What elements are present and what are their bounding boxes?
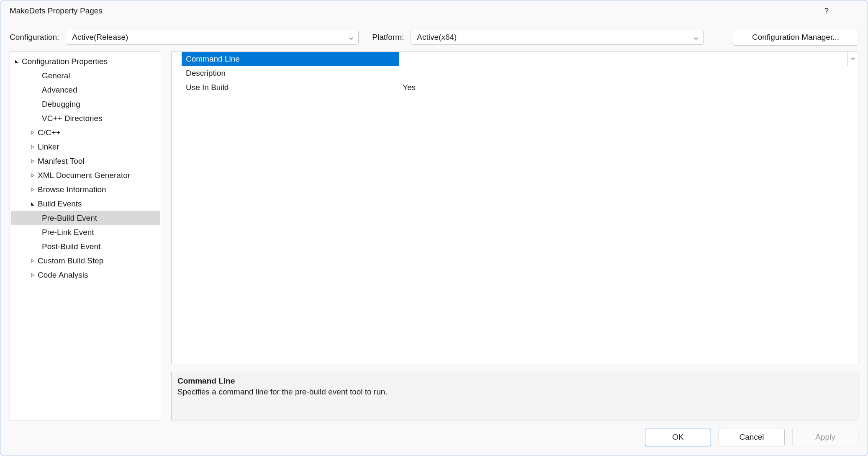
chevron-down-icon <box>348 34 354 40</box>
svg-marker-10 <box>31 273 34 277</box>
tree-item-label: Code Analysis <box>37 271 88 280</box>
property-row[interactable]: Use In BuildYes <box>182 80 858 95</box>
chevron-down-icon <box>850 54 855 63</box>
property-pages-window: MakeDefs Property Pages ? Configuration:… <box>0 0 868 456</box>
tree-item-label: General <box>41 71 70 80</box>
tree-item[interactable]: VC++ Directories <box>11 111 160 126</box>
platform-label: Platform: <box>372 33 404 42</box>
dialog-buttons: OK Cancel Apply <box>0 424 868 456</box>
tree-item[interactable]: Custom Build Step <box>11 254 160 268</box>
value-dropdown-button[interactable] <box>847 52 858 66</box>
configuration-select[interactable]: Active(Release) <box>66 30 359 45</box>
tree-item[interactable]: Browse Information <box>11 183 160 197</box>
expander-closed-icon[interactable] <box>29 258 36 263</box>
expander-closed-icon[interactable] <box>29 273 36 278</box>
chevron-down-icon <box>693 34 699 40</box>
svg-marker-3 <box>31 131 34 134</box>
tree-root[interactable]: Configuration Properties <box>11 54 160 69</box>
tree-item[interactable]: C/C++ <box>11 126 160 140</box>
svg-marker-7 <box>31 188 34 191</box>
property-value[interactable]: Yes <box>399 80 858 95</box>
property-value[interactable] <box>399 66 858 80</box>
tree-item-label: Manifest Tool <box>37 157 85 166</box>
apply-button[interactable]: Apply <box>792 428 858 446</box>
svg-marker-6 <box>31 174 34 177</box>
svg-marker-5 <box>31 160 34 163</box>
svg-marker-9 <box>31 259 34 263</box>
description-title: Command Line <box>177 376 852 386</box>
description-body: Specifies a command line for the pre-bui… <box>177 387 852 397</box>
tree-root-label: Configuration Properties <box>21 57 108 66</box>
svg-marker-4 <box>31 145 34 149</box>
tree-item-label: Browse Information <box>37 185 106 194</box>
tree-item[interactable]: Build Events <box>11 197 160 211</box>
ok-button[interactable]: OK <box>645 428 711 446</box>
expander-closed-icon[interactable] <box>29 173 36 178</box>
help-button[interactable]: ? <box>814 3 839 19</box>
tree-item[interactable]: Pre-Build Event <box>11 211 160 225</box>
main-area: Configuration Properties GeneralAdvanced… <box>0 52 868 424</box>
property-name: Description <box>182 66 399 80</box>
expander-open-icon[interactable] <box>13 59 20 64</box>
tree-item[interactable]: Linker <box>11 140 160 154</box>
expander-open-icon[interactable] <box>29 201 36 206</box>
titlebar: MakeDefs Property Pages ? <box>0 0 868 21</box>
tree-item-label: Advanced <box>41 85 77 95</box>
expander-closed-icon[interactable] <box>29 130 36 135</box>
platform-select[interactable]: Active(x64) <box>411 30 704 45</box>
tree-item-label: Pre-Link Event <box>41 228 94 237</box>
tree-item-label: Build Events <box>37 199 82 209</box>
tree-item-label: VC++ Directories <box>41 114 103 123</box>
tree-item[interactable]: Code Analysis <box>11 268 160 282</box>
configuration-manager-button[interactable]: Configuration Manager... <box>733 29 858 46</box>
window-title: MakeDefs Property Pages <box>10 6 103 15</box>
svg-marker-8 <box>31 202 34 206</box>
tree-item[interactable]: Manifest Tool <box>11 154 160 168</box>
property-name: Command Line <box>182 52 399 66</box>
tree-item[interactable]: Pre-Link Event <box>11 225 160 240</box>
close-button[interactable] <box>839 3 864 19</box>
tree-item-label: C/C++ <box>37 128 61 137</box>
right-column: Command LineDescriptionUse In BuildYes C… <box>171 52 858 420</box>
expander-closed-icon[interactable] <box>29 187 36 192</box>
tree-item-label: Custom Build Step <box>37 256 103 265</box>
category-tree[interactable]: Configuration Properties GeneralAdvanced… <box>10 52 161 420</box>
description-panel: Command Line Specifies a command line fo… <box>171 372 858 420</box>
platform-value: Active(x64) <box>417 33 457 42</box>
configuration-value: Active(Release) <box>72 33 128 42</box>
tree-item-label: Post-Build Event <box>41 242 100 251</box>
expander-closed-icon[interactable] <box>29 159 36 164</box>
property-grid[interactable]: Command LineDescriptionUse In BuildYes <box>171 52 858 364</box>
tree-item-label: Linker <box>37 142 59 152</box>
top-controls: Configuration: Active(Release) Platform:… <box>0 21 868 52</box>
svg-marker-2 <box>15 60 18 63</box>
tree-item[interactable]: Debugging <box>11 97 160 111</box>
tree-item[interactable]: General <box>11 69 160 83</box>
cancel-button[interactable]: Cancel <box>719 428 785 446</box>
help-icon: ? <box>824 7 829 15</box>
tree-item-label: XML Document Generator <box>37 171 130 180</box>
property-row[interactable]: Description <box>182 66 858 80</box>
tree-item[interactable]: Advanced <box>11 83 160 97</box>
property-row[interactable]: Command Line <box>182 52 858 66</box>
tree-item[interactable]: XML Document Generator <box>11 168 160 183</box>
property-name: Use In Build <box>182 80 399 95</box>
tree-item[interactable]: Post-Build Event <box>11 240 160 254</box>
expander-closed-icon[interactable] <box>29 144 36 149</box>
property-value[interactable] <box>399 52 858 66</box>
configuration-label: Configuration: <box>10 33 59 42</box>
tree-item-label: Pre-Build Event <box>41 214 97 223</box>
tree-item-label: Debugging <box>41 100 80 109</box>
